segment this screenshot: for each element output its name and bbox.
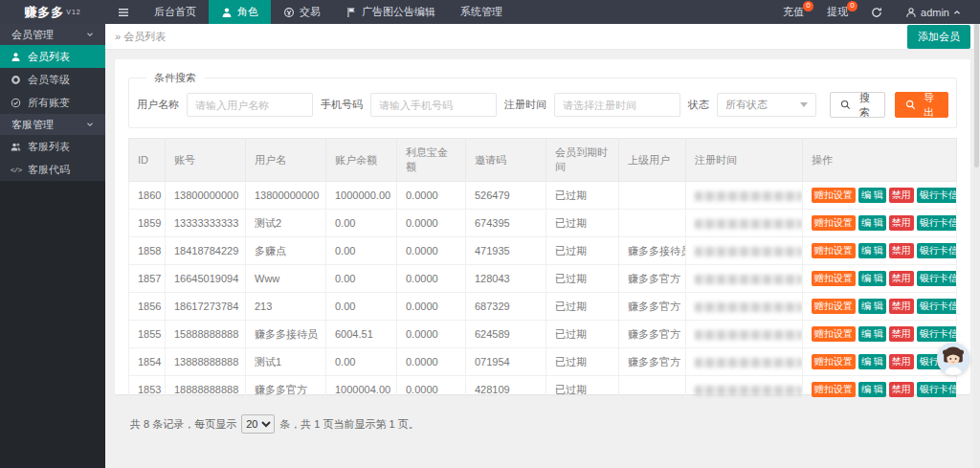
column-header: 会员到期时间 [546, 139, 619, 182]
sidebar-item-service-code[interactable]: </> 客服代码 [0, 158, 105, 181]
sidebar-item-account-changes[interactable]: 所有账变 [0, 91, 105, 114]
sidebar-item-member-list[interactable]: 会员列表 [0, 45, 105, 68]
reg-time-label: 注册时间 [504, 98, 546, 112]
withdraw-button[interactable]: 提现 0 [815, 0, 859, 24]
chevron-down-icon [86, 121, 94, 128]
column-header: ID [129, 139, 166, 182]
cell-id: 1856 [129, 293, 166, 321]
sidebar-item-service-list[interactable]: 客服列表 [0, 135, 105, 158]
adjust-balance-button[interactable]: 赠扣设置 [812, 326, 856, 342]
edit-button[interactable]: 编 辑 [858, 215, 886, 231]
nav-item-roles[interactable]: 角色 [209, 0, 271, 24]
scrollbar-thumb[interactable] [974, 24, 979, 167]
sidebar-item-label: 所有账变 [28, 96, 70, 110]
bank-card-info-button[interactable]: 银行卡信息 [917, 215, 957, 231]
disable-button[interactable]: 禁用 [889, 354, 914, 369]
masked-timestamp [695, 275, 802, 284]
disable-button[interactable]: 禁用 [889, 299, 914, 314]
cell-invite-code: 526479 [466, 182, 546, 210]
edit-button[interactable]: 编 辑 [858, 188, 886, 203]
cell-registration-time [686, 293, 803, 321]
column-header: 注册时间 [686, 139, 803, 182]
nav-item-system[interactable]: 系统管理 [448, 0, 515, 24]
cell-username: 赚多多官方 [246, 376, 326, 404]
adjust-balance-button[interactable]: 赠扣设置 [812, 271, 856, 286]
search-form-row: 用户名称 手机号码 注册时间 状态 所有状态 搜 索 [137, 92, 948, 118]
adjust-balance-button[interactable]: 赠扣设置 [812, 299, 856, 314]
disable-button[interactable]: 禁用 [889, 243, 914, 258]
disable-button[interactable]: 禁用 [889, 215, 914, 231]
edit-button[interactable]: 编 辑 [858, 299, 886, 314]
masked-timestamp [695, 219, 802, 229]
adjust-balance-button[interactable]: 赠扣设置 [812, 382, 856, 397]
edit-button[interactable]: 编 辑 [858, 243, 886, 258]
status-select[interactable]: 所有状态 [717, 93, 816, 117]
adjust-balance-button[interactable]: 赠扣设置 [812, 215, 856, 231]
chevron-down-icon [86, 31, 94, 38]
disable-button[interactable]: 禁用 [889, 271, 914, 286]
admin-label: admin [921, 7, 949, 18]
column-header: 邀请码 [466, 139, 546, 182]
admin-menu[interactable]: admin [894, 0, 972, 24]
nav-item-dashboard[interactable]: 后台首页 [142, 0, 209, 24]
adjust-balance-button[interactable]: 赠扣设置 [812, 354, 856, 369]
sidebar-group-member-management[interactable]: 会员管理 [0, 24, 105, 45]
edit-button[interactable]: 编 辑 [858, 271, 886, 286]
customer-service-avatar[interactable] [937, 343, 969, 375]
edit-button[interactable]: 编 辑 [858, 354, 886, 369]
bank-card-info-button[interactable]: 银行卡信息 [917, 188, 957, 203]
phone-input[interactable] [370, 93, 497, 117]
refresh-button[interactable] [859, 0, 894, 24]
cell-balance: 1000004.00 [326, 376, 397, 404]
cell-expire: 已过期 [546, 293, 619, 321]
chevron-up-icon [953, 9, 961, 16]
cell-actions: 赠扣设置编 辑禁用银行卡信息… [803, 237, 957, 265]
masked-timestamp [695, 302, 802, 312]
flag-icon [345, 7, 357, 18]
vertical-scrollbar[interactable] [973, 24, 980, 468]
sidebar-item-member-level[interactable]: 会员等级 [0, 68, 105, 91]
page-size-select[interactable]: 20 [241, 414, 275, 434]
export-button-label: 导出 [920, 91, 938, 120]
search-button[interactable]: 搜 索 [830, 92, 886, 118]
edit-button[interactable]: 编 辑 [858, 326, 886, 342]
edit-button[interactable]: 编 辑 [858, 382, 886, 397]
sidebar-group-service-management[interactable]: 客服管理 [0, 114, 105, 135]
search-button-label: 搜 索 [855, 91, 876, 120]
reg-time-input[interactable] [554, 93, 680, 117]
bank-card-info-button[interactable]: 银行卡信息 [917, 382, 957, 397]
cell-account: 18888888888 [166, 376, 246, 404]
disable-button[interactable]: 禁用 [889, 326, 914, 342]
nav-item-transactions[interactable]: 交易 [271, 0, 333, 24]
bank-card-info-button[interactable]: 银行卡信息 [917, 271, 957, 286]
cell-balance: 6004.51 [326, 321, 397, 348]
cell-account: 13888888888 [166, 348, 246, 376]
cell-actions: 赠扣设置编 辑禁用银行卡信息… [803, 293, 957, 321]
add-member-button[interactable]: 添加会员 [907, 25, 970, 49]
app-logo-version: V12 [66, 9, 80, 15]
hamburger-menu-button[interactable] [105, 0, 142, 24]
bank-card-info-button[interactable]: 银行卡信息 [917, 243, 957, 258]
disable-button[interactable]: 禁用 [889, 188, 914, 203]
export-button[interactable]: 导出 [895, 92, 948, 118]
cell-id: 1855 [129, 321, 166, 348]
check-circle-icon [11, 98, 21, 108]
cell-invite-code: 674395 [466, 210, 546, 237]
search-panel-legend: 条件搜索 [146, 71, 204, 85]
table-row: 185413888888888测试10.000.0000071954已过期赚多多… [129, 348, 957, 376]
cell-invite-code: 428109 [466, 376, 546, 404]
cell-expire: 已过期 [546, 265, 619, 293]
bank-card-info-button[interactable]: 银行卡信息 [917, 299, 957, 314]
username-input[interactable] [187, 93, 313, 117]
cell-invite-code: 071954 [466, 348, 546, 376]
adjust-balance-button[interactable]: 赠扣设置 [812, 188, 856, 203]
sidebar-group-label: 客服管理 [11, 118, 54, 132]
disable-button[interactable]: 禁用 [889, 382, 914, 397]
adjust-balance-button[interactable]: 赠扣设置 [812, 243, 856, 258]
bank-card-info-button[interactable]: 银行卡信息 [917, 326, 957, 342]
nav-item-label: 交易 [300, 5, 321, 19]
cell-username: 13800000000 [246, 182, 326, 210]
cell-invite-code: 128043 [466, 265, 546, 293]
recharge-button[interactable]: 充值 0 [771, 0, 815, 24]
nav-item-banner-editor[interactable]: 广告图公告编辑 [333, 0, 448, 24]
